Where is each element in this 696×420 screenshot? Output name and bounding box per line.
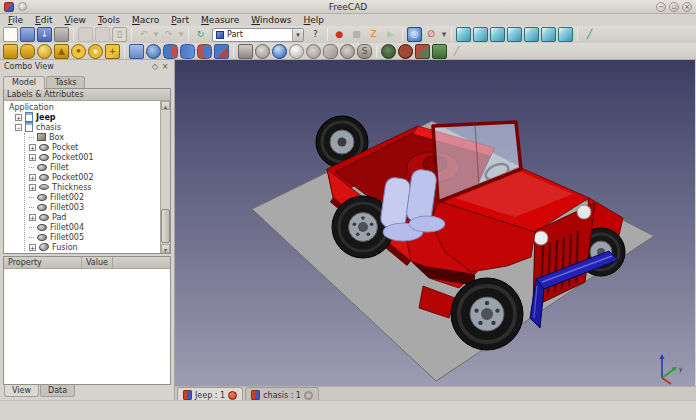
panel-float-button[interactable]: ◇ — [150, 62, 160, 71]
part-primitives-button[interactable]: + — [105, 44, 120, 59]
part-cylinder-button[interactable] — [20, 44, 35, 59]
scroll-thumb[interactable] — [161, 209, 170, 243]
draw-style-button[interactable]: ∅ — [424, 27, 439, 42]
part-thickness-button[interactable] — [398, 44, 413, 59]
tab-model[interactable]: Model — [3, 76, 45, 89]
open-folder-button[interactable] — [20, 27, 35, 42]
workbench-selector[interactable]: Part ▾ — [212, 28, 304, 42]
redo-button[interactable]: ↷ — [161, 27, 176, 42]
tree-item-chasis[interactable]: −chasis — [4, 122, 160, 132]
save-file-button[interactable]: ↓ — [37, 27, 52, 42]
tree-item-fillet[interactable]: Fillet — [4, 162, 160, 172]
tree-item-fillet002[interactable]: Fillet002 — [4, 192, 160, 202]
part-extrude-button[interactable] — [238, 44, 253, 59]
tree-expander[interactable]: − — [15, 124, 22, 131]
view-front-button[interactable] — [473, 27, 488, 42]
undo-button[interactable]: ↶ — [136, 27, 151, 42]
menu-file[interactable]: File — [2, 15, 29, 25]
refresh-button[interactable]: ↻ — [193, 27, 208, 42]
tree-item-thickness[interactable]: +Thickness — [4, 182, 160, 192]
measure-distance-button[interactable]: ╱ — [582, 27, 597, 42]
menu-help[interactable]: Help — [298, 15, 331, 25]
view-fit-all-button[interactable]: ◎ — [407, 27, 422, 42]
scroll-track[interactable] — [161, 110, 170, 244]
tree-item-pocket[interactable]: +Pocket — [4, 142, 160, 152]
scroll-up-arrow[interactable]: ▴ — [161, 101, 170, 110]
maximize-button[interactable]: ▫ — [669, 2, 679, 12]
macro-stop-button[interactable]: ■ — [349, 27, 364, 42]
tab-view[interactable]: View — [4, 385, 39, 397]
property-body[interactable] — [4, 269, 170, 384]
minimize-button[interactable]: − — [656, 2, 666, 12]
menu-view[interactable]: View — [59, 15, 92, 25]
tree-item-fusion[interactable]: +Fusion — [4, 242, 160, 252]
tree-item-fillet005[interactable]: Fillet005 — [4, 232, 160, 242]
macro-play-button[interactable]: ▶ — [383, 27, 398, 42]
workbench-dropdown-arrow[interactable]: ▾ — [292, 29, 303, 41]
menu-edit[interactable]: Edit — [29, 15, 58, 25]
part-mirror-button[interactable] — [306, 44, 321, 59]
redo-menu-arrow-button[interactable]: ▾ — [177, 27, 185, 42]
tree-expander[interactable]: + — [29, 184, 36, 191]
part-box-button[interactable] — [3, 44, 18, 59]
part-loft-button[interactable] — [340, 44, 355, 59]
part-fillet-button[interactable] — [272, 44, 287, 59]
part-cone-button[interactable]: ▲ — [54, 44, 69, 59]
tree-expander[interactable]: + — [29, 144, 36, 151]
whats-this-button[interactable]: ? — [308, 27, 323, 42]
undo-menu-arrow-button[interactable]: ▾ — [152, 27, 160, 42]
part-torus-button[interactable] — [71, 44, 86, 59]
tab-data[interactable]: Data — [40, 385, 75, 397]
view-axonometric-button[interactable] — [456, 27, 471, 42]
view-bottom-button[interactable] — [541, 27, 556, 42]
part-offset-button[interactable] — [381, 44, 396, 59]
part-intersection-button[interactable] — [197, 44, 212, 59]
document-tab-close-button[interactable] — [304, 391, 313, 400]
tree-scrollbar[interactable]: ▴ ▾ — [160, 101, 170, 253]
part-cross-sections-button[interactable] — [415, 44, 430, 59]
part-refine-shape-button[interactable]: ╱ — [449, 44, 464, 59]
macro-record-button[interactable]: ● — [332, 27, 347, 42]
macro-edit-button[interactable]: Z — [366, 27, 381, 42]
copy-button[interactable] — [95, 27, 110, 42]
part-defeaturing-button[interactable] — [432, 44, 447, 59]
tree-item-pocket002[interactable]: +Pocket002 — [4, 172, 160, 182]
tab-tasks[interactable]: Tasks — [46, 76, 85, 88]
paste-button[interactable]: ▯ — [112, 27, 127, 42]
tree-expander[interactable]: + — [29, 214, 36, 221]
part-section-tool-button[interactable] — [214, 44, 229, 59]
3d-viewport[interactable]: y x — [175, 60, 696, 386]
document-tab-close-button[interactable] — [228, 391, 237, 400]
scroll-down-arrow[interactable]: ▾ — [161, 244, 170, 253]
menu-macro[interactable]: Macro — [126, 15, 165, 25]
part-shape-builder-button[interactable] — [129, 44, 144, 59]
menu-part[interactable]: Part — [165, 15, 195, 25]
part-revolve-button[interactable] — [255, 44, 270, 59]
tree-expander[interactable]: + — [15, 114, 22, 121]
cut-button[interactable] — [78, 27, 93, 42]
menu-windows[interactable]: Windows — [245, 15, 297, 25]
part-sphere-button[interactable] — [37, 44, 52, 59]
menu-measure[interactable]: Measure — [195, 15, 245, 25]
tree-item-fillet004[interactable]: Fillet004 — [4, 222, 160, 232]
tree-item-application[interactable]: Application — [4, 102, 160, 112]
tree-expander[interactable]: + — [29, 174, 36, 181]
part-union-button[interactable] — [180, 44, 195, 59]
panel-close-button[interactable]: × — [160, 62, 170, 71]
tree-expander[interactable]: + — [29, 154, 36, 161]
tree-expander[interactable]: + — [29, 244, 36, 251]
close-button[interactable]: × — [682, 2, 692, 12]
new-file-button[interactable] — [3, 27, 18, 42]
tree-item-pocket001[interactable]: +Pocket001 — [4, 152, 160, 162]
part-boolean-button[interactable] — [146, 44, 161, 59]
tree-item-fillet003[interactable]: Fillet003 — [4, 202, 160, 212]
view-left-button[interactable] — [558, 27, 573, 42]
view-top-button[interactable] — [490, 27, 505, 42]
print-button[interactable] — [54, 27, 69, 42]
draw-style-arrow-button[interactable]: ▾ — [440, 27, 448, 42]
tree-item-jeep[interactable]: +Jeep — [4, 112, 160, 122]
part-sweep-button[interactable]: S — [357, 44, 372, 59]
view-right-button[interactable] — [507, 27, 522, 42]
menu-tools[interactable]: Tools — [92, 15, 126, 25]
tree-item-box[interactable]: Box — [4, 132, 160, 142]
